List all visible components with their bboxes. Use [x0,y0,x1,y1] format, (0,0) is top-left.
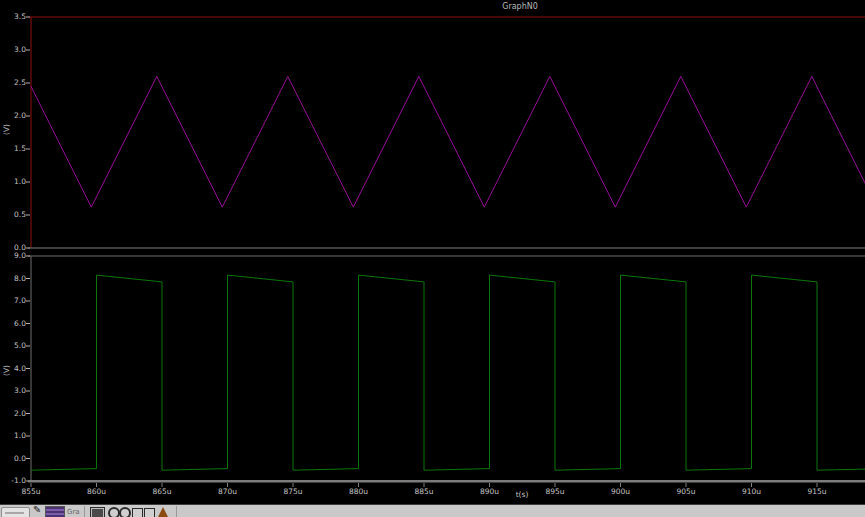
x-tick-label: 885u [409,487,439,496]
x-tick-label: 915u [802,487,832,496]
taskbar: ✎ Gra [0,504,865,517]
taskbar-divider [84,506,85,517]
triangle-wave-trace [31,76,865,207]
square-wave-trace [31,275,865,470]
active-graph-button[interactable] [45,506,65,517]
x-tick-label: 865u [147,487,177,496]
top-chart-yaxis-label: (V) [2,115,11,145]
y-tick-label: 8.0 [0,274,26,283]
warning-icon[interactable] [158,507,168,517]
taskbar-divider-2 [176,506,177,517]
y-tick-label: 1.0 [0,177,26,186]
x-tick-label: 905u [671,487,701,496]
pencil-icon[interactable]: ✎ [33,504,41,515]
y-tick-label: 2.0 [0,409,26,418]
y-tick-label: 3.5 [0,12,26,21]
x-tick-label: 870u [213,487,243,496]
x-tick-label: 855u [16,487,46,496]
y-tick-label: -1.0 [0,476,26,485]
graph-window: GraphN0 3.53.02.52.01.51.00.50.09.08.07.… [0,0,865,517]
y-tick-label: 2.5 [0,78,26,87]
y-tick-label: 5.0 [0,341,26,350]
y-tick-label: 6.0 [0,319,26,328]
taskbar-panel-button[interactable] [1,507,30,517]
y-tick-label: 0.0 [0,454,26,463]
display-icon[interactable] [90,507,105,517]
y-tick-label: 3.0 [0,45,26,54]
y-tick-label: 1.5 [0,144,26,153]
x-tick-label: 910u [737,487,767,496]
y-tick-label: 0.5 [0,210,26,219]
taskbar-window-label: Gra [67,508,80,516]
y-tick-label: 7.0 [0,296,26,305]
y-tick-label: 1.0 [0,431,26,440]
x-axis-bar [28,480,865,483]
bottom-chart-yaxis-label: (V) [2,356,11,386]
x-tick-label: 860u [82,487,112,496]
x-tick-label: 880u [344,487,374,496]
window-icon[interactable] [132,508,143,517]
info-icon[interactable] [119,507,131,517]
window2-icon[interactable] [144,508,155,517]
y-tick-label: 3.0 [0,386,26,395]
xaxis-label: t(s) [492,490,552,499]
y-tick-label: 9.0 [0,251,26,260]
x-tick-label: 900u [606,487,636,496]
x-tick-label: 875u [278,487,308,496]
plot-canvas [0,0,865,517]
